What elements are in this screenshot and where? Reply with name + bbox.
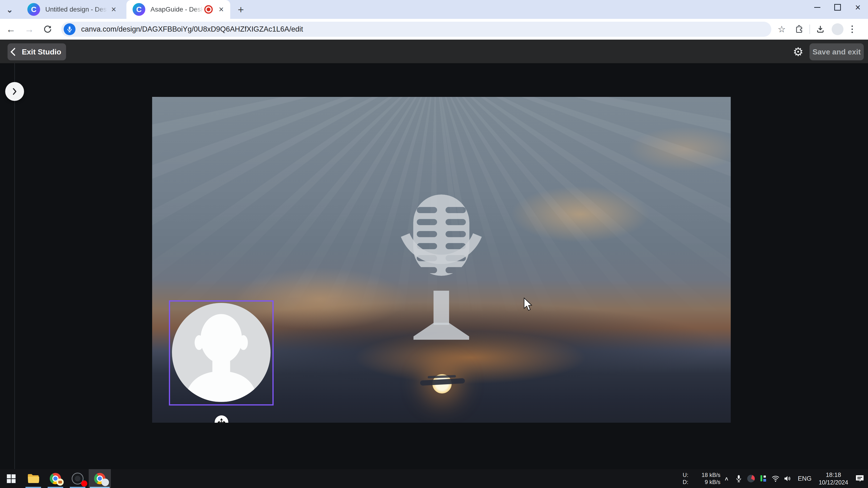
- forward-button[interactable]: →: [22, 22, 37, 37]
- download-value: 9 kB/s: [705, 479, 720, 486]
- active-indicator: [90, 487, 110, 488]
- mouse-cursor: [523, 297, 534, 313]
- running-indicator: [70, 487, 85, 488]
- browser-profile-avatar[interactable]: [832, 23, 843, 35]
- restore-icon: [834, 4, 841, 10]
- mic-permission-icon[interactable]: [64, 23, 75, 35]
- video-preview-canvas: Record: [152, 97, 731, 423]
- settings-gear-icon[interactable]: ⚙: [789, 43, 807, 61]
- hidden-icons-chevron[interactable]: ∧: [720, 471, 733, 486]
- screen: ⌄ C Untitled design - Desktop Wallp × C …: [0, 0, 868, 488]
- tab-title: AsapGuide - Desktop Wallp: [151, 6, 204, 13]
- close-tab-icon[interactable]: ×: [216, 4, 226, 14]
- exit-studio-label: Exit Studio: [22, 47, 61, 56]
- sidebar-divider: [14, 63, 15, 469]
- tab-untitled-design[interactable]: C Untitled design - Desktop Wallp ×: [21, 0, 123, 19]
- profile-badge-icon: [57, 479, 64, 486]
- taskbar-chrome-active[interactable]: [89, 469, 111, 488]
- recording-dot-icon: [81, 481, 87, 487]
- volume-icon[interactable]: [782, 469, 794, 488]
- canva-favicon: C: [132, 3, 145, 16]
- browser-tab-strip: ⌄ C Untitled design - Desktop Wallp × C …: [0, 0, 868, 19]
- studio-content: Record: [0, 63, 868, 469]
- close-tab-icon[interactable]: ×: [108, 4, 119, 14]
- running-indicator: [48, 487, 63, 488]
- tray-obs-icon[interactable]: [745, 469, 757, 488]
- wifi-icon[interactable]: [769, 469, 782, 488]
- network-speed-widget[interactable]: U:18 kB/s D:9 kB/s: [683, 471, 720, 486]
- taskbar-chrome-profile1[interactable]: [44, 469, 66, 488]
- extensions-icon[interactable]: [792, 22, 806, 36]
- reload-button[interactable]: [40, 22, 55, 37]
- tab-recording-indicator-icon: [204, 5, 213, 14]
- bookmark-star-icon[interactable]: ☆: [775, 22, 789, 36]
- minimize-icon: [814, 7, 820, 8]
- notification-center-button[interactable]: [851, 469, 868, 488]
- file-explorer-icon: [27, 474, 39, 484]
- minimize-button[interactable]: [807, 0, 828, 14]
- new-tab-button[interactable]: +: [235, 4, 247, 15]
- clock-date: 10/12/2024: [819, 479, 848, 486]
- tray-monitor-icon[interactable]: [757, 469, 769, 488]
- exit-studio-button[interactable]: Exit Studio: [7, 43, 66, 60]
- chevron-right-icon: [12, 88, 17, 96]
- browser-menu-button[interactable]: [847, 26, 857, 33]
- avatar-placeholder: [172, 303, 271, 402]
- address-bar[interactable]: canva.com/design/DAGXFBBoiYg/0U8xD9Q6AHZ…: [61, 22, 771, 37]
- url-text: canva.com/design/DAGXFBBoiYg/0U8xD9Q6AHZ…: [81, 25, 303, 33]
- restore-button[interactable]: [828, 0, 848, 14]
- move-icon: [218, 418, 225, 423]
- browser-toolbar: ← → canva.com/design/DAGXFBBoiYg/0U8xD9Q…: [0, 19, 868, 40]
- taskbar-clock[interactable]: 18:18 10/12/2024: [815, 471, 851, 486]
- windows-logo-icon: [7, 474, 16, 483]
- webcam-placeholder-selection[interactable]: [169, 300, 274, 405]
- save-and-exit-label: Save and exit: [813, 47, 861, 56]
- start-button[interactable]: [0, 469, 22, 488]
- reload-icon: [43, 25, 52, 34]
- taskbar-obs-studio[interactable]: [66, 469, 89, 488]
- studio-header: Exit Studio ⚙ Save and exit: [0, 40, 868, 63]
- canva-favicon: C: [27, 3, 40, 16]
- toolbar-divider: [809, 25, 810, 34]
- taskbar-file-explorer[interactable]: [22, 469, 44, 488]
- tab-title: Untitled design - Desktop Wallp: [45, 6, 108, 13]
- tab-search-chevron-icon[interactable]: ⌄: [4, 4, 15, 15]
- window-controls: ×: [807, 0, 868, 14]
- running-indicator: [26, 487, 41, 488]
- save-and-exit-button[interactable]: Save and exit: [809, 43, 864, 60]
- notification-icon: [855, 475, 864, 483]
- back-button[interactable]: ←: [3, 22, 19, 37]
- upload-value: 18 kB/s: [702, 471, 720, 479]
- tab-asapguide[interactable]: C AsapGuide - Desktop Wallp ×: [126, 0, 230, 19]
- close-window-button[interactable]: ×: [848, 0, 868, 14]
- clock-time: 18:18: [819, 471, 848, 479]
- microphone-graphic: [397, 194, 486, 340]
- system-tray: U:18 kB/s D:9 kB/s ∧ ENG: [683, 469, 868, 488]
- upload-label: U:: [683, 471, 688, 479]
- language-indicator[interactable]: ENG: [794, 475, 815, 482]
- expand-panel-button[interactable]: [5, 82, 24, 101]
- back-chevron-icon: [10, 47, 16, 56]
- download-label: D:: [683, 479, 688, 486]
- download-icon[interactable]: [813, 22, 828, 36]
- tray-mic-icon[interactable]: [733, 469, 745, 488]
- profile-badge-icon: [101, 479, 109, 486]
